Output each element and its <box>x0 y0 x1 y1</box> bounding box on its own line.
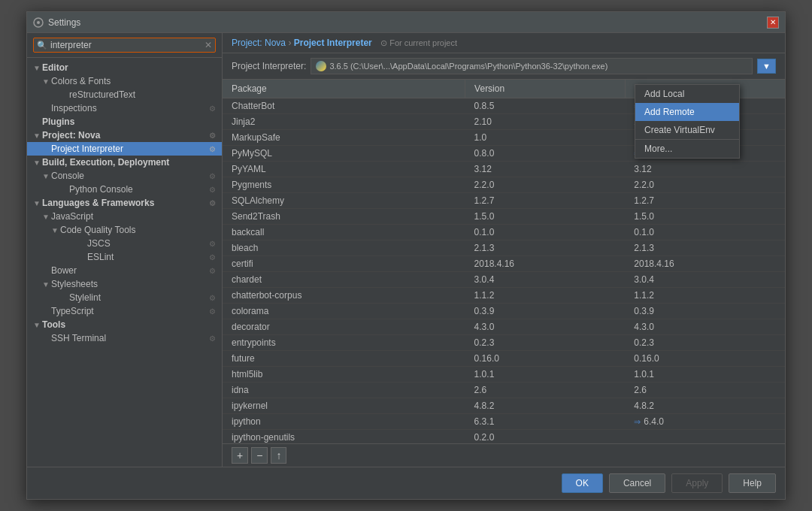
close-button[interactable]: ✕ <box>767 17 779 29</box>
package-version: 2.10 <box>465 114 626 130</box>
table-row: chatterbot-corpus1.1.21.1.2 <box>223 288 785 304</box>
sidebar-item-console[interactable]: ▼ Console ⚙ <box>27 169 222 183</box>
package-version: 0.1.0 <box>465 225 626 240</box>
sidebar-item-stylelint[interactable]: Stylelint ⚙ <box>27 291 222 304</box>
footer: OK Cancel Apply Help <box>27 467 785 499</box>
package-version: 2.1.3 <box>465 240 626 256</box>
sidebar-item-ssh-terminal[interactable]: SSH Terminal ⚙ <box>27 331 222 345</box>
package-latest: 2.6 <box>625 382 785 398</box>
package-name: chatterbot-corpus <box>223 288 465 304</box>
package-version: 0.2.3 <box>465 335 626 351</box>
package-latest: 4.8.2 <box>625 398 785 414</box>
apply-button[interactable]: Apply <box>671 473 723 493</box>
sidebar-item-label: Stylesheets <box>51 279 98 289</box>
sidebar-item-project-nova[interactable]: ▼ Project: Nova ⚙ <box>27 129 222 142</box>
table-row: bleach2.1.32.1.3 <box>223 240 785 256</box>
sidebar-item-bower[interactable]: Bower ⚙ <box>27 264 222 277</box>
package-version: 1.0 <box>465 130 626 146</box>
ok-button[interactable]: OK <box>562 473 603 493</box>
sidebar: 🔍 ✕ ▼ Editor ▼ Colors & Fonts <box>27 33 223 467</box>
sidebar-item-code-quality-tools[interactable]: ▼ Code Quality Tools <box>27 223 222 237</box>
sidebar-item-label: Bower <box>51 265 77 276</box>
arrow-icon: ▼ <box>33 64 42 72</box>
settings-icon <box>33 17 44 28</box>
package-latest: 1.2.7 <box>625 193 785 209</box>
interpreter-dropdown-menu: Add Local Add Remote Create VirtualEnv M… <box>635 84 740 159</box>
breadcrumb-sep: › <box>288 38 293 48</box>
package-latest: 2018.4.16 <box>625 256 785 272</box>
settings-small-icon: ⚙ <box>209 240 216 248</box>
package-version: 2.6 <box>465 382 626 398</box>
upgrade-package-button[interactable]: ↑ <box>271 447 286 464</box>
sidebar-item-label: TypeScript <box>51 306 94 316</box>
clear-search-button[interactable]: ✕ <box>205 40 212 50</box>
package-latest: 1.0.1 <box>625 367 785 382</box>
settings-window: Settings ✕ 🔍 ✕ ▼ Editor ▼ <box>26 11 786 500</box>
sidebar-item-build-exec-deploy[interactable]: ▼ Build, Execution, Deployment <box>27 156 222 169</box>
package-name: ipython-genutils <box>223 430 465 444</box>
sidebar-item-label: Project Interpreter <box>51 144 123 154</box>
sidebar-item-project-interpreter[interactable]: Project Interpreter ⚙ <box>27 142 222 156</box>
sidebar-item-plugins[interactable]: Plugins <box>27 115 222 129</box>
sidebar-item-stylesheets[interactable]: ▼ Stylesheets <box>27 277 222 291</box>
settings-small-icon: ⚙ <box>209 307 216 316</box>
package-name: entrypoints <box>223 335 465 351</box>
sidebar-item-tools[interactable]: ▼ Tools <box>27 318 222 331</box>
title-bar-left: Settings <box>33 17 80 28</box>
sidebar-item-javascript[interactable]: ▼ JavaScript <box>27 210 222 223</box>
package-name: MarkupSafe <box>223 130 465 146</box>
package-name: bleach <box>223 240 465 256</box>
table-row: colorama0.3.90.3.9 <box>223 304 785 319</box>
interpreter-path-box[interactable]: 3.6.5 (C:\User\...\AppData\Local\Program… <box>311 58 753 74</box>
settings-small-icon: ⚙ <box>209 104 216 113</box>
sidebar-item-languages-frameworks[interactable]: ▼ Languages & Frameworks ⚙ <box>27 196 222 210</box>
help-button[interactable]: Help <box>729 473 776 493</box>
sidebar-item-restructured-text[interactable]: reStructuredText <box>27 88 222 101</box>
package-name: certifi <box>223 256 465 272</box>
arrow-icon: ▼ <box>33 321 42 329</box>
table-row: ipython6.3.1⇒6.4.0 <box>223 414 785 430</box>
package-version: 1.1.2 <box>465 288 626 304</box>
package-name: colorama <box>223 304 465 319</box>
python-icon <box>316 61 326 71</box>
package-name: ipython <box>223 414 465 430</box>
package-version: 0.16.0 <box>465 351 626 367</box>
package-latest: 0.2.3 <box>625 335 785 351</box>
sidebar-item-typescript[interactable]: TypeScript ⚙ <box>27 304 222 318</box>
col-version: Version <box>465 80 626 98</box>
sidebar-item-python-console[interactable]: Python Console ⚙ <box>27 183 222 196</box>
dropdown-more[interactable]: More... <box>635 140 739 158</box>
package-latest: 3.0.4 <box>625 272 785 288</box>
dropdown-add-remote[interactable]: Add Remote <box>635 103 739 121</box>
settings-small-icon: ⚙ <box>209 199 216 207</box>
remove-package-button[interactable]: − <box>251 447 268 464</box>
title-bar: Settings ✕ <box>27 12 785 33</box>
sidebar-item-inspections[interactable]: Inspections ⚙ <box>27 101 222 115</box>
sidebar-item-jscs[interactable]: JSCS ⚙ <box>27 237 222 250</box>
search-box: 🔍 ✕ <box>27 33 222 58</box>
package-name: chardet <box>223 272 465 288</box>
sidebar-item-eslint[interactable]: ESLint ⚙ <box>27 250 222 264</box>
sidebar-item-label: Languages & Frameworks <box>42 198 154 208</box>
dropdown-create-virtualenv[interactable]: Create VirtualEnv <box>635 121 739 139</box>
sidebar-item-colors-fonts[interactable]: ▼ Colors & Fonts <box>27 74 222 88</box>
sidebar-item-editor[interactable]: ▼ Editor <box>27 61 222 74</box>
package-version: 4.8.2 <box>465 398 626 414</box>
search-input[interactable] <box>50 40 205 50</box>
package-latest: 2.1.3 <box>625 240 785 256</box>
cancel-button[interactable]: Cancel <box>609 473 665 493</box>
package-version: 0.3.9 <box>465 304 626 319</box>
sidebar-item-label: JavaScript <box>51 211 93 222</box>
interpreter-dropdown-button[interactable]: ▼ <box>757 59 776 74</box>
package-latest: 1.5.0 <box>625 209 785 225</box>
dropdown-add-local[interactable]: Add Local <box>635 85 739 103</box>
table-row: entrypoints0.2.30.2.3 <box>223 335 785 351</box>
package-latest: 0.1.0 <box>625 225 785 240</box>
breadcrumb-project: Project: Nova <box>232 38 286 48</box>
table-row: PyYAML3.123.12 <box>223 162 785 177</box>
package-version: 2.2.0 <box>465 177 626 193</box>
interpreter-path: 3.6.5 (C:\User\...\AppData\Local\Program… <box>329 62 607 71</box>
table-toolbar: + − ↑ <box>223 443 785 467</box>
add-package-button[interactable]: + <box>232 447 248 464</box>
panel-title-text: Project Interpreter <box>294 38 372 48</box>
